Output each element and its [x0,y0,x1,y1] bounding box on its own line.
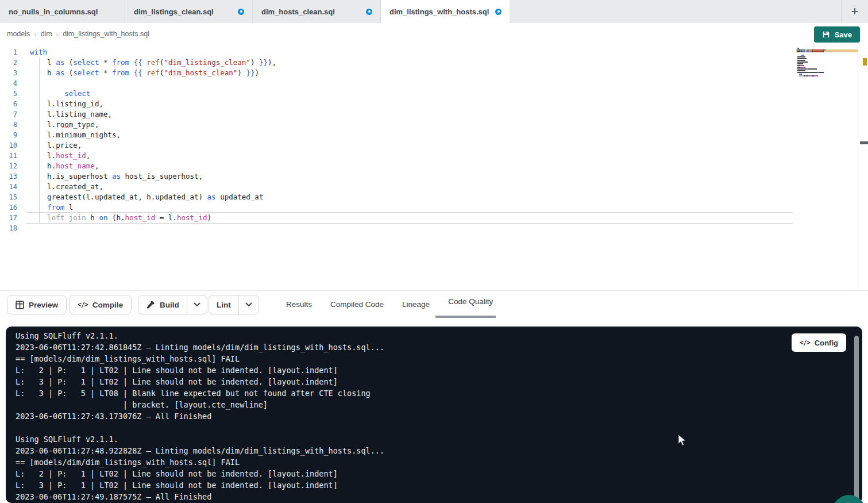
terminal-scrollbar[interactable] [854,336,859,501]
code-token: = l. [155,213,177,222]
panel-tab-lineage[interactable]: Lineage [402,300,430,309]
breadcrumb-separator-icon: › [56,30,59,39]
code-token: ) [250,58,259,67]
lint-options-button[interactable] [238,295,259,314]
tab-title: no_nulls_in_columns.sql [9,7,98,16]
code-line: l.host_id, [30,151,793,161]
editor-tab[interactable]: dim_listings_clean.sql [125,0,253,23]
code-token: "dim_listings_clean" [164,58,250,67]
minimap-token [800,67,805,68]
code-line: l.listing_id, [30,99,793,109]
code-token: on [99,213,107,222]
breadcrumb-item[interactable]: dim_listings_with_hosts.sql [63,30,149,38]
minimap[interactable] [797,48,857,79]
line-number: 4 [0,78,17,89]
overview-ruler [858,45,858,290]
minimap-token [797,56,805,57]
code-token: {{ [134,58,142,67]
unsaved-changes-icon [238,9,244,15]
code-token: l [64,203,73,212]
editor-tab[interactable]: dim_listings_with_hosts.sql [381,0,510,23]
line-number: 13 [0,171,17,182]
code-token [129,58,134,67]
preview-button[interactable]: Preview [7,295,67,314]
new-tab-plus-icon: + [851,5,859,18]
code-token: as [56,68,64,77]
line-number: 17 [0,213,17,223]
minimap-token [799,75,804,76]
code-line: with [30,47,793,57]
line-number: 8 [0,120,17,130]
code-line: l.room_type, [30,120,793,130]
code-token: "dim_hosts_clean" [164,68,237,77]
code-token: from [112,58,129,67]
minimap-token [797,72,817,73]
overview-ruler-warning-marker [863,58,867,66]
config-button[interactable]: </> Config [792,333,846,352]
code-token: as [56,58,64,67]
code-token [99,58,103,67]
breadcrumb-item[interactable]: models [7,30,30,38]
lint-output-terminal: Using SQLFluff v2.1.1. 2023-06-06T11:27:… [6,327,862,503]
code-token: ) [237,68,246,77]
code-token: l.listing_id, [30,99,103,108]
build-options-button[interactable] [187,295,207,314]
tab-title: dim_listings_clean.sql [134,7,214,16]
new-tab-button[interactable]: + [841,0,868,23]
unsaved-changes-icon [366,9,372,15]
tab-bar-tabs: no_nulls_in_columns.sqldim_listings_clea… [0,0,510,23]
panel-tab-compiled-code[interactable]: Compiled Code [330,300,384,309]
preview-button-label: Preview [29,301,58,309]
panel-tab-results[interactable]: Results [286,300,312,309]
minimap-token [797,63,803,64]
breadcrumb-item[interactable]: dim [41,30,52,38]
code-token: ref [146,68,160,77]
config-button-label: Config [815,339,838,347]
minimap-line [797,74,857,75]
lint-button[interactable]: Lint [209,295,238,314]
code-token: l.price, [30,141,82,149]
code-token: with [30,48,47,56]
code-token: as [112,172,121,181]
code-token: select [64,89,90,98]
editor-tab[interactable]: dim_hosts_clean.sql [253,0,381,23]
minimap-line [797,55,857,56]
build-button-label: Build [160,301,179,309]
unsaved-changes-icon-core [497,10,500,13]
minimap-token [808,68,817,70]
line-number: 1 [0,47,17,57]
code-token: {{ [134,68,142,77]
build-button[interactable]: Build [138,295,187,314]
breadcrumb: models›dim›dim_listings_with_hosts.sql [7,23,149,45]
minimap-token [797,68,807,70]
code-line: l.minimum_nights, [30,130,793,140]
lint-button-label: Lint [217,301,231,309]
code-area[interactable]: with l as (select * from {{ ref("dim_lis… [30,47,793,233]
code-token: l [30,58,56,67]
panel-tab-code-quality[interactable]: Code Quality [448,297,493,306]
compile-button[interactable]: </> Compile [69,295,132,314]
minimap-line [797,75,857,76]
code-line: h as (select * from {{ ref("dim_hosts_cl… [30,68,793,78]
code-token: from [47,203,64,212]
code-line: h.is_superhost as host_is_superhost, [30,171,793,182]
dbt-cloud-ide: no_nulls_in_columns.sqldim_listings_clea… [0,0,868,503]
active-panel-tab-underline [435,316,496,318]
save-button[interactable]: Save [814,26,860,43]
save-icon [822,30,830,39]
code-line: l.price, [30,140,793,151]
minimap-token [813,49,823,51]
preview-grid-icon [16,301,24,309]
code-token: }} [259,58,268,67]
code-token: ref [146,58,160,67]
minimap-token [801,74,803,75]
minimap-line [797,72,857,73]
code-token: l. [30,151,56,160]
editor-tab[interactable]: no_nulls_in_columns.sql [0,0,125,23]
code-token [30,89,64,98]
code-token [108,58,113,67]
minimap-line [797,51,857,52]
breadcrumb-bar: models›dim›dim_listings_with_hosts.sql S… [0,23,868,45]
code-line: greatest(l.updated_at, h.updated_at) as … [30,192,793,202]
compile-code-icon: </> [78,301,88,309]
